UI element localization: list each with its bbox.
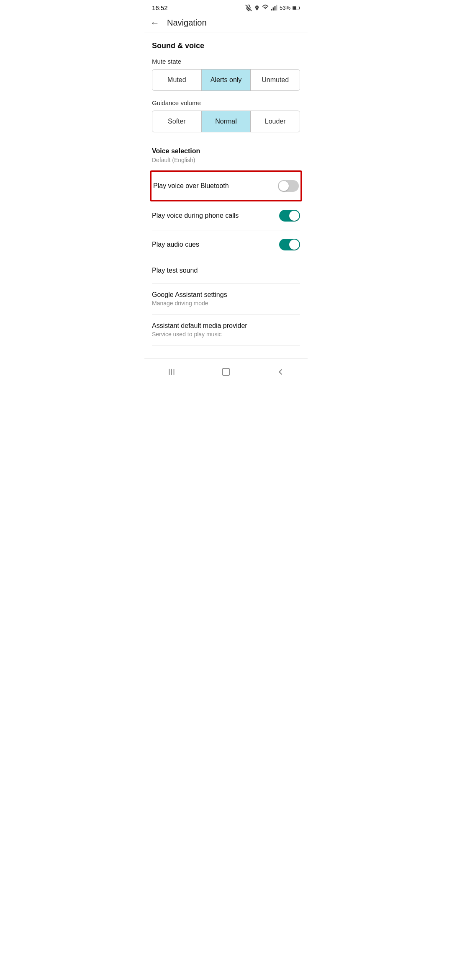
guidance-softer[interactable]: Softer — [152, 111, 201, 132]
back-nav-icon[interactable] — [271, 365, 290, 379]
status-time: 16:52 — [152, 4, 168, 11]
play-voice-bluetooth-row: Play voice over Bluetooth — [150, 170, 302, 201]
toggle-knob-bluetooth — [279, 181, 289, 191]
play-audio-cues-label: Play audio cues — [152, 241, 279, 248]
play-test-sound-row[interactable]: Play test sound — [152, 259, 300, 284]
voice-selection-subtitle: Default (English) — [152, 157, 300, 163]
mute-state-control: Muted Alerts only Unmuted — [152, 69, 300, 91]
assistant-media-sublabel: Service used to play music — [152, 331, 300, 338]
play-test-sound-label: Play test sound — [152, 267, 300, 274]
status-bar: 16:52 53% — [144, 0, 308, 14]
play-audio-cues-row: Play audio cues — [152, 230, 300, 259]
play-voice-calls-toggle[interactable] — [279, 210, 300, 222]
mute-state-label: Mute state — [152, 58, 300, 65]
mute-state-muted[interactable]: Muted — [152, 70, 201, 90]
mute-state-alerts-only[interactable]: Alerts only — [201, 70, 251, 90]
main-content: Sound & voice Mute state Muted Alerts on… — [144, 33, 308, 346]
home-icon[interactable] — [217, 365, 235, 379]
play-voice-bluetooth-label: Play voice over Bluetooth — [153, 182, 278, 190]
google-assistant-sublabel: Manage driving mode — [152, 300, 300, 307]
nav-title: Navigation — [167, 18, 207, 28]
status-icons: 53% — [245, 5, 300, 11]
top-nav: ← Navigation — [144, 14, 308, 33]
svg-rect-6 — [276, 5, 277, 10]
bottom-nav-bar — [144, 358, 308, 383]
toggle-knob-calls — [289, 211, 299, 221]
play-voice-bluetooth-toggle[interactable] — [278, 180, 299, 192]
svg-rect-3 — [271, 9, 272, 10]
wifi-icon — [262, 5, 269, 11]
guidance-volume-label: Guidance volume — [152, 99, 300, 106]
guidance-louder[interactable]: Louder — [250, 111, 300, 132]
svg-rect-4 — [273, 7, 274, 10]
voice-selection-title: Voice selection — [152, 147, 300, 155]
svg-rect-8 — [299, 7, 300, 9]
battery-icon — [293, 5, 300, 10]
signal-icon — [271, 5, 277, 11]
play-voice-calls-label: Play voice during phone calls — [152, 212, 279, 219]
assistant-media-label: Assistant default media provider — [152, 322, 300, 330]
svg-rect-9 — [293, 6, 297, 10]
toggle-knob-audio-cues — [289, 240, 299, 250]
section-title: Sound & voice — [152, 41, 300, 50]
play-voice-calls-row: Play voice during phone calls — [152, 201, 300, 230]
google-assistant-row[interactable]: Google Assistant settings Manage driving… — [152, 284, 300, 315]
assistant-media-provider-row[interactable]: Assistant default media provider Service… — [152, 315, 300, 346]
svg-rect-13 — [223, 369, 230, 376]
mute-icon — [245, 5, 252, 11]
mute-state-unmuted[interactable]: Unmuted — [250, 70, 300, 90]
play-audio-cues-toggle[interactable] — [279, 239, 300, 250]
guidance-normal[interactable]: Normal — [201, 111, 251, 132]
battery-text: 53% — [280, 5, 290, 11]
google-assistant-label: Google Assistant settings — [152, 291, 300, 299]
back-button[interactable]: ← — [150, 18, 159, 28]
svg-rect-5 — [275, 6, 276, 10]
recent-apps-icon[interactable] — [162, 365, 181, 379]
guidance-volume-control: Softer Normal Louder — [152, 111, 300, 132]
location-icon — [254, 5, 260, 11]
voice-selection-section[interactable]: Voice selection Default (English) — [152, 141, 300, 170]
